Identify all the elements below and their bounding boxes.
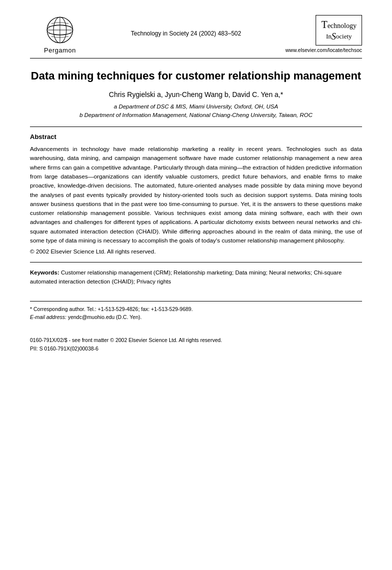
abstract-section: Abstract Advancements in technology have… xyxy=(30,133,362,255)
affiliation-a: a Department of DSC & MIS, Miami Univers… xyxy=(30,102,362,111)
pergamon-logo: Pergamon xyxy=(30,15,90,54)
affiliation-b: b Department of Information Management, … xyxy=(30,111,362,120)
footer-ids: 0160-791X/02/$ - see front matter © 2002… xyxy=(30,336,362,353)
affiliation: a Department of DSC & MIS, Miami Univers… xyxy=(30,102,362,120)
article-title: Data mining techniques for customer rela… xyxy=(30,68,362,84)
author-list: Chris Rygielski a, Jyun-Cheng Wang b, Da… xyxy=(109,90,283,98)
in-society-line: InSociety xyxy=(321,31,357,42)
tech-society-box: Technology InSociety xyxy=(316,15,362,46)
pii-line2: PII: S 0160-791X(02)00038-6 xyxy=(30,344,362,353)
header-divider xyxy=(30,58,362,58)
title-section: Data mining techniques for customer rela… xyxy=(30,68,362,120)
authors: Chris Rygielski a, Jyun-Cheng Wang b, Da… xyxy=(30,90,362,98)
email-address: yendc@muohio.edu (D.C. Yen). xyxy=(68,314,142,320)
section-divider-keywords xyxy=(30,262,362,262)
journal-name: Technology in Society 24 (2002) 483–502 xyxy=(131,30,241,37)
keywords-label: Keywords: xyxy=(30,270,59,276)
copyright-text: © 2002 Elsevier Science Ltd. All rights … xyxy=(30,248,362,255)
elsevier-url: www.elsevier.com/locate/techsoc xyxy=(286,47,362,53)
page: Pergamon Technology in Society 24 (2002)… xyxy=(0,0,392,570)
tech-society-logo: Technology InSociety www.elsevier.com/lo… xyxy=(282,15,362,53)
header: Pergamon Technology in Society 24 (2002)… xyxy=(30,15,362,54)
corresponding-note: * Corresponding author. Tel.: +1-513-529… xyxy=(30,306,362,314)
pergamon-label: Pergamon xyxy=(44,46,76,54)
journal-info: Technology in Society 24 (2002) 483–502 xyxy=(131,15,241,37)
globe-icon xyxy=(45,15,75,45)
email-label: E-mail address: xyxy=(30,314,66,320)
pii-line1: 0160-791X/02/$ - see front matter © 2002… xyxy=(30,336,362,344)
section-divider-top xyxy=(30,126,362,127)
abstract-text: Advancements in technology have made rel… xyxy=(30,144,362,245)
abstract-paragraph: Advancements in technology have made rel… xyxy=(30,144,362,245)
keywords: Keywords: Customer relationship manageme… xyxy=(30,268,362,286)
abstract-title: Abstract xyxy=(30,133,362,140)
keywords-text: Customer relationship management (CRM); … xyxy=(30,270,342,284)
tech-line: Technology xyxy=(321,18,357,31)
footer-note: * Corresponding author. Tel.: +1-513-529… xyxy=(30,301,362,322)
email-line: E-mail address: yendc@muohio.edu (D.C. Y… xyxy=(30,314,362,322)
